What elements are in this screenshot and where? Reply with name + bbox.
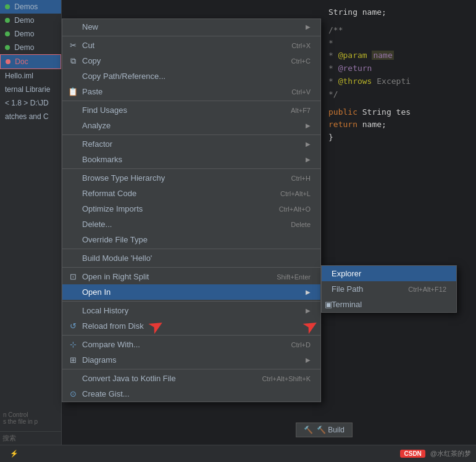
menu-item-copy-path[interactable]: Copy Path/Reference... (62, 68, 320, 84)
compare-icon: ⊹ (67, 340, 78, 349)
sidebar-bottom-text: n Control s the file in p (3, 411, 62, 425)
menu-item-new[interactable]: New ▶ (62, 19, 320, 35)
new-arrow: ▶ (306, 23, 311, 30)
context-menu: New ▶ ✂ Cut Ctrl+X ⧉ Copy Ctrl+C Copy Pa… (62, 19, 321, 402)
separator-9 (62, 369, 320, 369)
local-history-arrow: ▶ (306, 307, 311, 314)
menu-item-paste[interactable]: 📋 Paste Ctrl+V (62, 84, 320, 99)
csdn-badge: CSDN (400, 450, 425, 458)
code-line-9: public String tes (328, 106, 469, 119)
bottom-control[interactable]: ⚡ (5, 448, 23, 459)
search-bar[interactable]: 搜索 (0, 431, 62, 445)
code-line-2: /** (328, 24, 469, 37)
code-line-7: */ (328, 88, 469, 101)
csdn-username: @水红茶的梦 (430, 449, 471, 458)
menu-item-optimize[interactable]: Optimize Imports Ctrl+Alt+O (62, 201, 320, 217)
menu-item-build-module[interactable]: Build Module 'Hello' (62, 250, 320, 266)
code-line-5: * @return (328, 62, 469, 75)
menu-item-local-history[interactable]: Local History ▶ (62, 303, 320, 318)
separator-7 (62, 301, 320, 302)
code-line-3: * (328, 37, 469, 50)
build-button[interactable]: 🔨 🔨 Build (296, 423, 353, 437)
menu-item-cut[interactable]: ✂ Cut Ctrl+X (62, 38, 320, 53)
separator-3 (62, 134, 320, 135)
separator-1 (62, 36, 320, 36)
menu-item-bookmarks[interactable]: Bookmarks ▶ (62, 152, 320, 167)
doc-dot (6, 59, 10, 64)
demo3-dot (5, 45, 10, 50)
open-in-arrow: ▶ (306, 289, 311, 295)
code-line-1: String name; (328, 6, 469, 19)
analyze-arrow: ▶ (306, 122, 311, 129)
reload-icon: ↺ (67, 321, 78, 331)
sidebar-item-jd[interactable]: < 1.8 > D:\JD (0, 96, 61, 110)
code-editor: String name; /** * * @param name * @retu… (321, 0, 476, 462)
bottom-right-area: CSDN @水红茶的梦 (400, 449, 471, 458)
demos-dot (5, 4, 10, 9)
menu-item-open-right-split[interactable]: ⊡ Open in Right Split Shift+Enter (62, 269, 320, 284)
menu-item-find-usages[interactable]: Find Usages Alt+F7 (62, 102, 320, 118)
code-line-6: * @throws Excepti (328, 75, 469, 88)
separator-6 (62, 267, 320, 268)
sidebar-item-matches[interactable]: atches and C (0, 110, 61, 123)
terminal-icon: ▣ (323, 300, 334, 309)
submenu-open-in: Explorer File Path Ctrl+Alt+F12 ▣ Termin… (321, 265, 457, 313)
sidebar-item-doc[interactable]: Doc (0, 54, 61, 69)
menu-item-convert-kotlin[interactable]: Convert Java to Kotlin File Ctrl+Alt+Shi… (62, 371, 320, 386)
menu-item-delete[interactable]: Delete... Delete (62, 217, 320, 232)
paste-icon: 📋 (67, 87, 78, 96)
menu-item-refactor[interactable]: Refactor ▶ (62, 136, 320, 152)
code-line-4: * @param name (328, 49, 469, 62)
sidebar-item-extlib[interactable]: ternal Librarie (0, 83, 61, 96)
menu-item-reformat[interactable]: Reformat Code Ctrl+Alt+L (62, 186, 320, 201)
split-icon: ⊡ (67, 272, 78, 281)
sidebar-item-hello[interactable]: Hello.iml (0, 69, 61, 83)
code-line-11: } (328, 131, 469, 144)
sidebar-item-demo3[interactable]: Demo (0, 41, 61, 54)
submenu-item-terminal[interactable]: ▣ Terminal (322, 297, 456, 312)
menu-item-override-file[interactable]: Override File Type (62, 232, 320, 247)
sidebar-item-demo2[interactable]: Demo (0, 27, 61, 41)
hammer-icon: 🔨 (304, 426, 313, 434)
gist-icon: ⊙ (67, 389, 78, 398)
sidebar: Demos Demo Demo Demo Doc Hello.iml terna… (0, 0, 62, 462)
sidebar-item-demos[interactable]: Demos (0, 0, 61, 14)
menu-item-compare[interactable]: ⊹ Compare With... Ctrl+D (62, 337, 320, 352)
menu-item-copy[interactable]: ⧉ Copy Ctrl+C (62, 53, 320, 68)
demo1-dot (5, 18, 10, 23)
cut-icon: ✂ (67, 41, 78, 50)
submenu-item-file-path[interactable]: File Path Ctrl+Alt+F12 (322, 281, 456, 297)
menu-item-reload-disk[interactable]: ↺ Reload from Disk (62, 318, 320, 334)
menu-item-diagrams[interactable]: ⊞ Diagrams ▶ (62, 352, 320, 368)
copy-icon: ⧉ (67, 56, 78, 66)
sidebar-item-demo1[interactable]: Demo (0, 14, 61, 27)
diagrams-icon: ⊞ (67, 355, 78, 365)
separator-2 (62, 101, 320, 101)
bookmarks-arrow: ▶ (306, 156, 311, 163)
submenu-item-explorer[interactable]: Explorer (322, 266, 456, 281)
separator-8 (62, 335, 320, 336)
menu-item-create-gist[interactable]: ⊙ Create Gist... (62, 386, 320, 402)
menu-item-open-in[interactable]: Open In ▶ (62, 284, 320, 300)
menu-item-browse-type[interactable]: Browse Type Hierarchy Ctrl+H (62, 170, 320, 186)
menu-item-analyze[interactable]: Analyze ▶ (62, 118, 320, 133)
code-line-10: return name; (328, 118, 469, 131)
bottom-bar: ⚡ CSDN @水红茶的梦 (0, 445, 476, 462)
refactor-arrow: ▶ (306, 141, 311, 147)
separator-4 (62, 168, 320, 169)
diagrams-arrow: ▶ (306, 357, 311, 363)
demo2-dot (5, 31, 10, 36)
separator-5 (62, 249, 320, 249)
